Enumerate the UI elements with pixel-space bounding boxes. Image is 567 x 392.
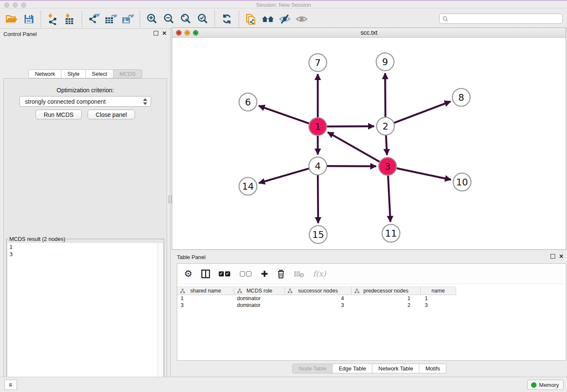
edge-1-6[interactable] bbox=[259, 106, 309, 124]
network-frame-titlebar[interactable]: × − + scc.txt bbox=[172, 28, 566, 38]
graph-node-1[interactable]: 1 bbox=[309, 118, 327, 135]
column-header-label: MCDS role bbox=[246, 288, 272, 294]
edge-2-9[interactable] bbox=[385, 73, 385, 117]
close-panel-button[interactable]: Close panel bbox=[88, 110, 135, 119]
edge-3-10[interactable] bbox=[397, 168, 451, 180]
graph-node-4[interactable]: 4 bbox=[309, 157, 327, 175]
graph-node-10[interactable]: 10 bbox=[453, 173, 471, 191]
table-cell[interactable]: 1 bbox=[177, 295, 234, 302]
add-column-button[interactable]: ✚ bbox=[261, 268, 268, 280]
delete-column-button[interactable] bbox=[277, 268, 285, 280]
column-type-icon bbox=[237, 289, 242, 293]
tab-style[interactable]: Style bbox=[61, 69, 86, 78]
table-cell[interactable]: dominator bbox=[234, 295, 285, 302]
graph-node-15[interactable]: 15 bbox=[309, 226, 327, 243]
task-history-button[interactable]: ≡ bbox=[4, 380, 17, 390]
select-all-button[interactable]: ✔ ✔ bbox=[219, 268, 231, 280]
table-cell[interactable]: 1 bbox=[421, 295, 456, 302]
table-cell[interactable]: 4 bbox=[285, 295, 352, 302]
tab-node-table[interactable]: Node Table bbox=[292, 364, 333, 373]
table-cell[interactable]: 1 bbox=[352, 295, 421, 302]
result-scrollbar[interactable] bbox=[157, 243, 163, 392]
export-image-button[interactable] bbox=[121, 12, 135, 26]
edge-2-8[interactable] bbox=[394, 102, 451, 123]
column-header-name[interactable]: name bbox=[421, 287, 456, 295]
node-label: 11 bbox=[385, 228, 397, 239]
edge-2-3[interactable] bbox=[386, 135, 387, 155]
hide-show-button[interactable] bbox=[278, 12, 292, 26]
graph-node-3[interactable]: 3 bbox=[379, 157, 396, 175]
table-cell[interactable]: 3 bbox=[285, 302, 352, 309]
table-cell[interactable]: 3 bbox=[421, 302, 456, 309]
edge-4-15[interactable] bbox=[318, 175, 318, 223]
main-toolbar bbox=[0, 9, 567, 29]
graph-node-6[interactable]: 6 bbox=[239, 93, 257, 111]
table-settings-button[interactable]: ⚙ bbox=[184, 268, 193, 280]
graph-node-2[interactable]: 2 bbox=[377, 117, 394, 135]
export-network-button[interactable] bbox=[87, 12, 101, 26]
zoom-in-button[interactable] bbox=[145, 12, 159, 26]
table-cell[interactable]: 3 bbox=[177, 302, 234, 309]
run-mcds-button[interactable]: Run MCDS bbox=[36, 110, 82, 119]
open-session-button[interactable] bbox=[5, 12, 19, 26]
toolbar-separator bbox=[41, 11, 41, 27]
mcds-result-group: MCDS result (2 nodes) 1 3 bbox=[6, 236, 164, 392]
edge-3-1[interactable] bbox=[328, 132, 379, 162]
edge-1-2[interactable] bbox=[327, 126, 374, 127]
tab-edge-table[interactable]: Edge Table bbox=[333, 364, 372, 373]
apply-layout-button[interactable] bbox=[220, 12, 234, 26]
save-session-button[interactable] bbox=[22, 12, 36, 26]
show-column-panel-button[interactable] bbox=[201, 268, 210, 280]
deselect-all-button[interactable] bbox=[240, 268, 253, 280]
column-header-shared-name[interactable]: shared name bbox=[177, 287, 234, 295]
float-table-panel-icon[interactable] bbox=[550, 254, 555, 259]
table-cell[interactable]: 2 bbox=[352, 302, 421, 309]
toolbar-search[interactable] bbox=[439, 14, 563, 24]
graph-node-11[interactable]: 11 bbox=[382, 224, 400, 242]
close-table-panel-icon[interactable]: ✕ bbox=[559, 254, 564, 259]
export-table-button[interactable] bbox=[104, 12, 118, 26]
graph-node-8[interactable]: 8 bbox=[452, 88, 470, 106]
column-header-MCDS-role[interactable]: MCDS role bbox=[234, 287, 285, 295]
delete-table-button bbox=[294, 268, 305, 280]
edge-3-11[interactable] bbox=[388, 176, 391, 222]
search-icon bbox=[442, 16, 449, 22]
zoom-fit-button[interactable] bbox=[179, 12, 193, 26]
function-builder-button: f(x) bbox=[313, 268, 326, 280]
node-label: 2 bbox=[383, 121, 388, 132]
checked-box-icon: ✔ bbox=[225, 271, 230, 276]
table-row[interactable]: 3dominator323 bbox=[177, 302, 566, 309]
tab-network[interactable]: Network bbox=[28, 69, 61, 78]
clone-network-button[interactable] bbox=[244, 12, 258, 26]
zoom-out-button[interactable] bbox=[162, 12, 176, 26]
tab-network-table[interactable]: Network Table bbox=[372, 364, 419, 373]
graph-node-14[interactable]: 14 bbox=[239, 177, 257, 195]
tab-mcds[interactable]: MCDS bbox=[113, 69, 142, 78]
edge-4-3[interactable] bbox=[327, 166, 376, 166]
import-table-icon bbox=[64, 13, 76, 25]
home-button[interactable] bbox=[261, 12, 275, 26]
edge-4-14[interactable] bbox=[259, 168, 309, 183]
column-header-predecessor-nodes[interactable]: predecessor nodes bbox=[352, 287, 421, 295]
tab-select[interactable]: Select bbox=[86, 69, 113, 78]
search-input[interactable] bbox=[449, 16, 560, 22]
column-header-successor-nodes[interactable]: successor nodes bbox=[285, 287, 352, 295]
refresh-icon bbox=[221, 13, 233, 25]
table-cell[interactable]: dominator bbox=[234, 302, 285, 309]
float-panel-icon[interactable] bbox=[154, 31, 158, 36]
show-graphics-button[interactable] bbox=[295, 12, 309, 26]
graph-node-9[interactable]: 9 bbox=[376, 53, 394, 71]
zoom-selected-button[interactable] bbox=[195, 12, 210, 26]
criterion-select[interactable]: strongly connected component bbox=[19, 96, 151, 107]
memory-button[interactable]: Memory bbox=[527, 380, 564, 390]
import-network-button[interactable] bbox=[46, 12, 60, 26]
select-stepper-icon bbox=[143, 98, 148, 105]
network-canvas[interactable]: 7968124314101511 bbox=[172, 38, 566, 249]
panel-splitter-handle[interactable] bbox=[168, 196, 172, 203]
mcds-result-area[interactable]: 1 3 bbox=[8, 243, 163, 392]
tab-motifs[interactable]: Motifs bbox=[419, 364, 446, 373]
import-table-button[interactable] bbox=[63, 12, 77, 26]
close-panel-icon[interactable]: ✕ bbox=[162, 31, 167, 36]
table-row[interactable]: 1dominator411 bbox=[177, 295, 566, 302]
graph-node-7[interactable]: 7 bbox=[309, 54, 327, 72]
